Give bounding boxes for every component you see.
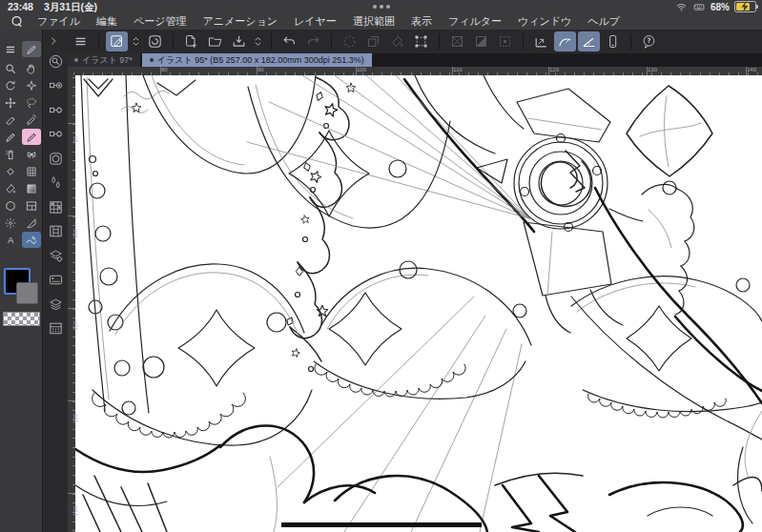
menu-item-0[interactable]: ファイル — [37, 14, 80, 29]
ruler-tick — [72, 364, 75, 365]
eyedropper-tool[interactable] — [22, 112, 41, 128]
transform-button[interactable] — [410, 31, 432, 51]
selection-shrink-button[interactable] — [494, 31, 516, 51]
filmstrip-button[interactable] — [45, 221, 66, 242]
card-button[interactable] — [45, 270, 66, 291]
ruler-tick — [72, 290, 75, 291]
current-tool-button[interactable] — [106, 31, 128, 51]
select-launcher-button[interactable] — [339, 31, 360, 51]
palette-menu-icon[interactable] — [1, 41, 20, 57]
save-button[interactable] — [228, 31, 250, 51]
grid-folder-button[interactable] — [45, 318, 66, 339]
deselect-button[interactable] — [362, 31, 384, 51]
drawing-canvas[interactable] — [75, 75, 762, 532]
toolbar-separator — [331, 33, 332, 50]
menu-item-3[interactable]: アニメーション — [203, 14, 278, 29]
app-logo-icon[interactable] — [10, 14, 24, 29]
ruler-tick — [72, 105, 75, 106]
hand-tool-icon — [25, 62, 38, 75]
sub-color-swatch[interactable] — [16, 282, 38, 304]
ruler-tick — [72, 382, 75, 383]
stream-line-tool[interactable] — [22, 215, 41, 231]
open-file-button[interactable] — [204, 31, 226, 51]
eraser-tool[interactable] — [1, 163, 20, 179]
color-grid-button[interactable] — [45, 196, 66, 217]
undo-button[interactable] — [278, 31, 300, 51]
figure-tool[interactable] — [1, 197, 20, 214]
transparent-color-swatch[interactable] — [3, 312, 40, 326]
airbrush-tool[interactable] — [1, 146, 20, 162]
tool-stepper[interactable] — [130, 31, 142, 51]
ruler-tick — [72, 272, 75, 273]
toolbar-separator — [439, 33, 440, 50]
ruler-tick — [208, 72, 209, 75]
zoom-tool[interactable] — [1, 60, 20, 76]
ruler-label: 130 — [72, 506, 78, 516]
transform-button-icon — [413, 33, 429, 50]
object-tool[interactable] — [22, 77, 41, 93]
nodes-gear-button[interactable] — [45, 99, 66, 120]
save-stepper[interactable] — [252, 31, 264, 51]
fill-tool[interactable] — [1, 180, 20, 196]
document-tab-1[interactable]: イラスト 95* (B5 257.00 x 182.00mm 300dpi 25… — [142, 53, 372, 67]
marker-tool[interactable] — [22, 129, 41, 145]
help-button[interactable] — [638, 31, 660, 51]
redo-button[interactable] — [302, 31, 324, 51]
text-tool[interactable] — [1, 232, 20, 248]
menu-item-6[interactable]: 表示 — [411, 14, 432, 29]
invert-selection-button[interactable] — [446, 31, 468, 51]
wifi-icon — [675, 1, 688, 13]
ruler-tick — [228, 72, 229, 75]
rotate-view-tool[interactable] — [1, 77, 20, 93]
menu-item-7[interactable]: フィルター — [448, 14, 502, 29]
companion-mode-button[interactable] — [602, 31, 624, 51]
hand-tool[interactable] — [22, 60, 41, 76]
gradient-tool[interactable] — [22, 180, 41, 196]
ruler-tick — [555, 72, 556, 75]
menu-item-9[interactable]: ヘルプ — [587, 14, 620, 29]
circle-in-square-button[interactable] — [45, 148, 66, 169]
snap-ruler-button[interactable] — [530, 31, 552, 51]
expand-chevron-icon[interactable] — [47, 34, 60, 51]
menu-item-1[interactable]: 編集 — [96, 14, 117, 29]
ruler-tick — [276, 72, 277, 75]
command-bar-menu[interactable] — [70, 31, 92, 51]
frame-border-tool[interactable] — [22, 197, 41, 214]
ruler-tick — [72, 484, 75, 485]
menu-item-4[interactable]: レイヤー — [294, 14, 337, 29]
menu-item-5[interactable]: 選択範囲 — [353, 14, 395, 29]
card-icon — [48, 272, 64, 288]
magnifier-circle-button[interactable] — [45, 51, 66, 72]
saturated-line-tool[interactable] — [1, 215, 20, 231]
document-tab-0[interactable]: イラスト 97* — [67, 53, 140, 67]
new-canvas-button-icon — [183, 33, 199, 50]
layers-gear-button[interactable] — [45, 245, 66, 266]
ruler-tick — [72, 522, 75, 522]
blend-tool[interactable] — [1, 112, 20, 128]
decoration-tool[interactable] — [22, 146, 41, 162]
ruler-label: 130 — [648, 67, 657, 72]
clock: 23:48 — [8, 1, 33, 12]
snap-special-ruler-button[interactable] — [554, 31, 576, 51]
line-correction-tool[interactable] — [22, 232, 41, 248]
layers-button[interactable] — [45, 294, 66, 315]
menu-item-2[interactable]: ページ管理 — [134, 14, 187, 29]
pen-tool[interactable] — [22, 41, 41, 57]
ruler-tick — [72, 502, 75, 503]
ruler-tick — [72, 225, 75, 226]
fill-button[interactable] — [386, 31, 408, 51]
dip-pen-tool[interactable] — [1, 129, 20, 145]
selection-border-button[interactable] — [470, 31, 492, 51]
snap-guide-button[interactable] — [578, 31, 600, 51]
move-layer-tool[interactable] — [1, 94, 20, 111]
new-canvas-button[interactable] — [180, 31, 202, 51]
nodes-gear2-button[interactable] — [45, 124, 66, 145]
menu-item-8[interactable]: ウィンドウ — [518, 14, 571, 29]
lasso-tool[interactable] — [22, 94, 41, 111]
app-launcher-button[interactable] — [144, 31, 166, 51]
app-launcher-button-icon — [147, 33, 163, 50]
tone-tool[interactable] — [22, 163, 41, 179]
nodes-plus-button[interactable] — [45, 75, 66, 96]
drops-button[interactable] — [45, 173, 66, 194]
ruler-tick — [72, 87, 75, 88]
